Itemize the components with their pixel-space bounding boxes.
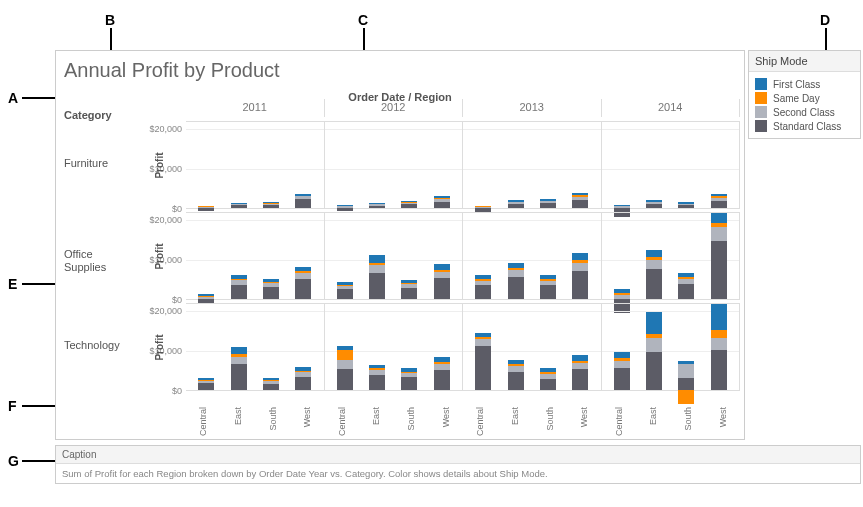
callout-e: E bbox=[8, 276, 17, 292]
bar-stack[interactable] bbox=[231, 203, 247, 208]
bar-stack[interactable] bbox=[263, 279, 279, 299]
y-axis-title: Profit bbox=[154, 243, 165, 269]
bar-stack[interactable] bbox=[295, 194, 311, 208]
bar-stack[interactable] bbox=[678, 273, 694, 299]
bar-segment bbox=[337, 369, 353, 390]
bar-stack[interactable] bbox=[508, 263, 524, 299]
bar-stack[interactable] bbox=[572, 355, 588, 390]
category-row-label[interactable]: Technology bbox=[64, 339, 124, 352]
region-label[interactable]: East bbox=[495, 407, 535, 421]
category-row-label[interactable]: Office Supplies bbox=[64, 248, 124, 274]
bar-segment bbox=[401, 288, 417, 299]
bar-segment bbox=[508, 277, 524, 299]
bar-segment bbox=[231, 205, 247, 208]
bar-stack[interactable] bbox=[231, 347, 247, 390]
legend-item[interactable]: Second Class bbox=[755, 106, 854, 118]
y-tick: $0 bbox=[142, 205, 182, 214]
y-tick: $20,000 bbox=[142, 125, 182, 134]
bar-segment bbox=[540, 203, 556, 208]
bar-stack[interactable] bbox=[508, 360, 524, 390]
color-legend[interactable]: Ship Mode First ClassSame DaySecond Clas… bbox=[748, 50, 861, 139]
bar-segment bbox=[231, 285, 247, 299]
bar-segment bbox=[337, 360, 353, 369]
bar-stack[interactable] bbox=[508, 200, 524, 208]
y-tick: $20,000 bbox=[142, 216, 182, 225]
bar-stack[interactable] bbox=[369, 255, 385, 299]
bar-segment bbox=[198, 383, 214, 390]
bar-stack[interactable] bbox=[337, 346, 353, 390]
year-header[interactable]: 2013 bbox=[463, 99, 602, 117]
bar-stack[interactable] bbox=[646, 312, 662, 390]
bar-stack[interactable] bbox=[434, 196, 450, 208]
bar-stack[interactable] bbox=[711, 304, 727, 390]
bar-stack[interactable] bbox=[337, 282, 353, 299]
bar-stack[interactable] bbox=[646, 200, 662, 208]
panel-row: $0$10,000$20,000 bbox=[186, 212, 740, 300]
bar-stack[interactable] bbox=[369, 203, 385, 208]
bar-segment bbox=[295, 279, 311, 299]
region-label[interactable]: West bbox=[703, 407, 743, 421]
bar-segment bbox=[263, 384, 279, 390]
bar-segment bbox=[711, 227, 727, 241]
bar-stack[interactable] bbox=[401, 368, 417, 390]
bar-stack[interactable] bbox=[475, 333, 491, 390]
callout-b: B bbox=[105, 12, 115, 28]
y-tick: $0 bbox=[142, 296, 182, 305]
bar-segment bbox=[508, 204, 524, 208]
caption-box[interactable]: Caption Sum of Profit for each Region br… bbox=[55, 445, 861, 484]
legend-body: First ClassSame DaySecond ClassStandard … bbox=[749, 72, 860, 138]
bar-stack[interactable] bbox=[198, 294, 214, 299]
bar-stack[interactable] bbox=[369, 365, 385, 390]
chart-cell bbox=[186, 213, 325, 299]
bar-stack[interactable] bbox=[678, 361, 694, 390]
bar-stack[interactable] bbox=[540, 368, 556, 390]
year-header[interactable]: 2012 bbox=[325, 99, 464, 117]
bar-stack[interactable] bbox=[337, 205, 353, 208]
bar-stack[interactable] bbox=[295, 267, 311, 299]
year-header[interactable]: 2011 bbox=[186, 99, 325, 117]
caption-text: Sum of Profit for each Region broken dow… bbox=[56, 464, 860, 483]
legend-item[interactable]: First Class bbox=[755, 78, 854, 90]
bar-stack[interactable] bbox=[711, 194, 727, 208]
year-header[interactable]: 2014 bbox=[602, 99, 741, 117]
worksheet-view[interactable]: Annual Profit by Product Order Date / Re… bbox=[55, 50, 745, 440]
bar-stack[interactable] bbox=[401, 280, 417, 299]
row-field-header[interactable]: Category bbox=[64, 109, 112, 121]
bar-stack[interactable] bbox=[295, 367, 311, 390]
legend-item[interactable]: Same Day bbox=[755, 92, 854, 104]
bar-stack[interactable] bbox=[540, 199, 556, 208]
y-axis-title: Profit bbox=[154, 334, 165, 360]
bar-segment bbox=[572, 253, 588, 260]
bar-stack[interactable] bbox=[475, 275, 491, 299]
bar-stack[interactable] bbox=[231, 275, 247, 299]
bar-segment bbox=[614, 368, 630, 390]
bar-stack[interactable] bbox=[434, 264, 450, 299]
bar-stack[interactable] bbox=[475, 206, 491, 208]
bar-stack[interactable] bbox=[572, 253, 588, 299]
bar-segment bbox=[646, 204, 662, 208]
bar-segment bbox=[646, 250, 662, 258]
chart-cell bbox=[602, 213, 741, 299]
y-tick: $0 bbox=[142, 387, 182, 396]
bar-stack[interactable] bbox=[646, 250, 662, 299]
category-row-label[interactable]: Furniture bbox=[64, 157, 124, 170]
bar-stack[interactable] bbox=[434, 357, 450, 390]
bar-stack[interactable] bbox=[263, 378, 279, 390]
chart-cell bbox=[602, 304, 741, 390]
chart-cell bbox=[602, 122, 741, 208]
legend-label: First Class bbox=[773, 79, 820, 90]
y-axis-title: Profit bbox=[154, 152, 165, 178]
bar-stack[interactable] bbox=[540, 275, 556, 299]
bar-stack[interactable] bbox=[263, 202, 279, 208]
bar-stack[interactable] bbox=[198, 378, 214, 390]
legend-item[interactable]: Standard Class bbox=[755, 120, 854, 132]
bar-stack[interactable] bbox=[572, 193, 588, 208]
bar-stack[interactable] bbox=[711, 213, 727, 299]
region-label[interactable]: East bbox=[218, 407, 258, 421]
bar-stack[interactable] bbox=[614, 352, 630, 390]
bar-stack[interactable] bbox=[401, 201, 417, 208]
bar-stack[interactable] bbox=[678, 202, 694, 208]
bar-stack[interactable] bbox=[614, 289, 630, 299]
bar-stack[interactable] bbox=[198, 206, 214, 208]
bar-stack[interactable] bbox=[614, 205, 630, 208]
